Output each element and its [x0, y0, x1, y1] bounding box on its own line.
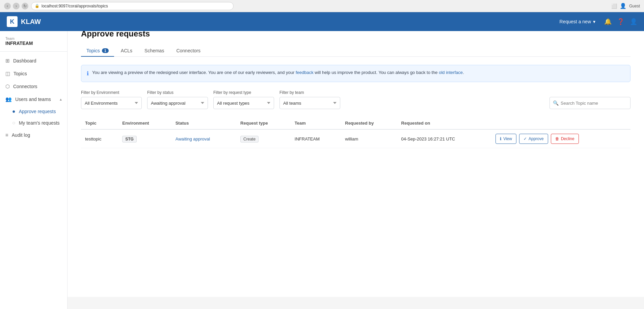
chevron-down-icon: ▾: [593, 19, 595, 24]
help-icon[interactable]: ❓: [617, 18, 624, 25]
search-input[interactable]: [549, 97, 630, 109]
banner-text-before: You are viewing a preview of the redesig…: [92, 70, 296, 75]
screen-cast-icon: ⬜: [611, 3, 617, 9]
active-dot-icon: ●: [12, 108, 16, 114]
sidebar-item-topics[interactable]: ◫ Topics: [0, 67, 67, 80]
status-filter-label: Filter by status: [147, 90, 208, 95]
info-banner: ℹ You are viewing a preview of the redes…: [81, 65, 630, 82]
search-icon: 🔍: [553, 100, 559, 106]
lock-icon: 🔒: [35, 4, 39, 8]
logo-text: KLAW: [21, 18, 41, 26]
logo[interactable]: K KLAW: [7, 16, 41, 27]
team-filter-label: Filter by team: [279, 90, 340, 95]
search-input-wrapper: 🔍: [549, 97, 630, 109]
reload-button[interactable]: ↻: [22, 3, 28, 9]
sidebar-topics-label: Topics: [14, 71, 27, 76]
inactive-dot-icon: ○: [12, 120, 16, 126]
request-new-label: Request a new: [560, 19, 591, 24]
tab-acls[interactable]: ACLs: [115, 45, 138, 57]
tabs-container: Topics 1 ACLs Schemas Connectors: [81, 45, 630, 57]
environment-filter-select[interactable]: All Environments STG PROD DEV: [81, 97, 142, 109]
request-type-filter-select[interactable]: All request types Create Update Delete: [213, 97, 274, 109]
banner-text: You are viewing a preview of the redesig…: [92, 69, 464, 76]
status-filter-select[interactable]: Awaiting approval Approved Declined All: [147, 97, 208, 109]
dashboard-icon: ⊞: [5, 58, 10, 64]
env-badge-stg: STG: [122, 136, 137, 143]
notifications-icon[interactable]: 🔔: [604, 18, 612, 25]
cell-actions: ℹ View ✓ Approve 🗑 Decline: [491, 129, 630, 148]
sidebar-divider: [0, 51, 67, 52]
main-content: Approve requests Topics 1 ACLs Schemas C…: [68, 19, 644, 297]
tab-topics[interactable]: Topics 1: [81, 45, 114, 57]
view-button[interactable]: ℹ View: [495, 134, 516, 144]
sidebar-myteam-label: My team's requests: [19, 120, 60, 126]
sidebar-audit-label: Audit log: [12, 132, 30, 138]
cell-requested-by: william: [341, 129, 397, 148]
feedback-link[interactable]: feedback: [296, 70, 314, 75]
row-actions: ℹ View ✓ Approve 🗑 Decline: [495, 134, 626, 144]
banner-text-middle: will help us improve the product. You ca…: [314, 70, 439, 75]
cell-team: INFRATEAM: [291, 129, 341, 148]
address-bar[interactable]: 🔒 localhost:9097/coral/approvals/topics: [31, 2, 234, 10]
col-request-type: Request type: [236, 117, 291, 129]
browser-chrome: ‹ › ↻ 🔒 localhost:9097/coral/approvals/t…: [0, 0, 644, 12]
filters-row: Filter by Environment All Environments S…: [81, 90, 630, 109]
sidebar-item-connectors[interactable]: ⬡ Connectors: [0, 80, 67, 93]
decline-label: Decline: [561, 136, 574, 141]
sidebar-users-label: Users and teams: [15, 97, 51, 102]
col-requested-on: Requested on: [397, 117, 492, 129]
tab-schemas-label: Schemas: [144, 48, 164, 53]
cell-topic: testtopic: [81, 129, 118, 148]
topnav-right: Request a new ▾ 🔔 ❓ 👤: [556, 17, 637, 26]
tab-connectors[interactable]: Connectors: [171, 45, 206, 57]
info-icon: ℹ: [87, 70, 89, 78]
approve-button[interactable]: ✓ Approve: [519, 134, 548, 144]
sidebar-item-users-teams[interactable]: 👥 Users and teams ▴: [0, 93, 67, 106]
table-body: testtopic STG Awaiting approval Create I…: [81, 129, 630, 148]
team-filter-select[interactable]: All teams INFRATEAM: [279, 97, 340, 109]
forward-button[interactable]: ›: [13, 3, 20, 9]
browser-right: ⬜ 👤 Guest: [611, 3, 640, 9]
search-group: 🔍: [549, 97, 630, 109]
request-type-badge: Create: [240, 136, 259, 143]
col-team: Team: [291, 117, 341, 129]
url-text: localhost:9097/coral/approvals/topics: [42, 4, 108, 8]
banner-text-after: .: [463, 70, 464, 75]
users-icon: 👥: [5, 96, 12, 102]
decline-icon: 🗑: [555, 136, 559, 141]
environment-filter-label: Filter by Environment: [81, 90, 142, 95]
request-new-button[interactable]: Request a new ▾: [556, 17, 599, 26]
tab-topics-label: Topics: [86, 48, 100, 53]
request-type-filter-label: Filter by request type: [213, 90, 274, 95]
profile-icon[interactable]: 👤: [630, 18, 637, 25]
audit-icon: ≡: [5, 132, 8, 138]
request-type-filter-group: Filter by request type All request types…: [213, 90, 274, 109]
tab-acls-label: ACLs: [121, 48, 132, 53]
approve-label: Approve: [529, 136, 544, 141]
cell-requested-on: 04-Sep-2023 16:27:21 UTC: [397, 129, 492, 148]
sidebar-item-audit-log[interactable]: ≡ Audit log: [0, 129, 67, 141]
cell-environment: STG: [118, 129, 171, 148]
col-requested-by: Requested by: [341, 117, 397, 129]
chevron-up-icon: ▴: [60, 97, 62, 102]
team-label: Team: [5, 36, 15, 41]
col-actions: [491, 117, 630, 129]
tab-connectors-label: Connectors: [176, 48, 200, 53]
old-interface-link[interactable]: old interface: [439, 70, 463, 75]
status-link[interactable]: Awaiting approval: [176, 136, 210, 141]
back-button[interactable]: ‹: [4, 3, 11, 9]
team-name: INFRATEAM: [5, 41, 62, 46]
col-environment: Environment: [118, 117, 171, 129]
sidebar-item-my-team-requests[interactable]: ○ My team's requests: [0, 117, 67, 129]
sidebar-item-approve-requests[interactable]: ● Approve requests: [0, 106, 67, 117]
status-filter-group: Filter by status Awaiting approval Appro…: [147, 90, 208, 109]
connectors-icon: ⬡: [5, 83, 10, 89]
user-label-browser: Guest: [629, 4, 640, 8]
tab-schemas[interactable]: Schemas: [139, 45, 169, 57]
sidebar-item-dashboard[interactable]: ⊞ Dashboard: [0, 54, 67, 67]
decline-button[interactable]: 🗑 Decline: [551, 134, 579, 144]
approve-icon: ✓: [524, 136, 527, 141]
sidebar-team: Team INFRATEAM: [0, 31, 67, 49]
sidebar: Team INFRATEAM ⊞ Dashboard ◫ Topics ⬡ Co…: [0, 12, 68, 297]
browser-controls: ‹ › ↻: [4, 3, 28, 9]
